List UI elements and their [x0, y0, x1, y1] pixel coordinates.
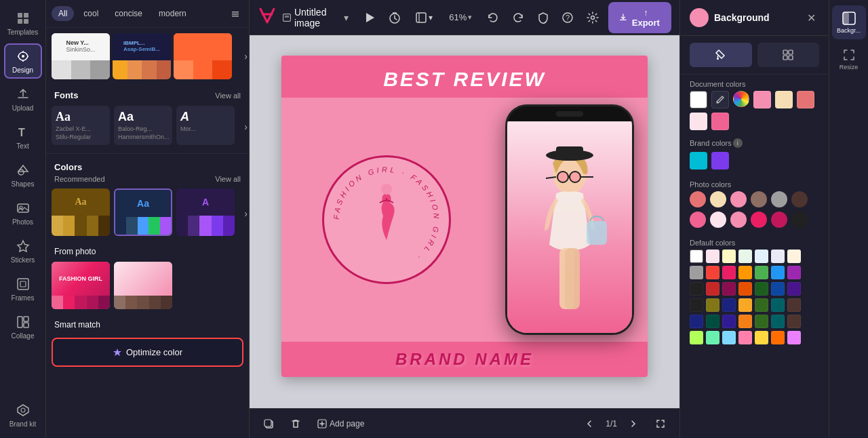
dcs-19[interactable]: [771, 282, 785, 296]
brand-color-2[interactable]: [711, 152, 729, 170]
dcs-33[interactable]: [771, 315, 785, 328]
dcs-21[interactable]: [690, 298, 703, 312]
photo-color-5[interactable]: [771, 191, 787, 207]
dcs-40[interactable]: [771, 331, 785, 344]
photo-color-12[interactable]: [791, 212, 808, 228]
dcs-27[interactable]: [787, 298, 801, 312]
dcs-18[interactable]: [755, 282, 768, 296]
font-card-3[interactable]: A Mor...: [176, 106, 235, 145]
sidebar-item-text[interactable]: T Text: [4, 119, 42, 155]
photo-color-9[interactable]: [730, 212, 747, 228]
optimize-color-button[interactable]: Optimize color: [52, 338, 243, 367]
sidebar-item-shapes[interactable]: Shapes: [4, 157, 42, 193]
filter-tab-cool[interactable]: cool: [77, 6, 105, 21]
dcs-10[interactable]: [738, 266, 752, 279]
timer-button[interactable]: [384, 5, 404, 30]
filter-tab-all[interactable]: All: [52, 6, 74, 21]
zoom-control[interactable]: 61% ▾: [443, 9, 477, 25]
doc-color-4[interactable]: [690, 113, 707, 130]
palette-card-1[interactable]: Aa: [52, 188, 110, 236]
template-thumb-1[interactable]: New Y...SinkinSo...: [52, 33, 110, 79]
layout-button[interactable]: ▾: [410, 9, 438, 26]
sidebar-item-photos[interactable]: Photos: [4, 195, 42, 231]
dcs-30[interactable]: [722, 315, 736, 328]
dcs-5[interactable]: [771, 250, 785, 263]
export-button[interactable]: ↑ Export: [608, 2, 671, 33]
dcs-28[interactable]: [690, 315, 703, 328]
photo-palette-2[interactable]: [114, 262, 172, 309]
dcs-20[interactable]: [787, 282, 801, 296]
doc-color-5[interactable]: [711, 113, 729, 130]
app-logo[interactable]: [258, 6, 277, 29]
mini-panel-resize[interactable]: Resize: [832, 42, 866, 76]
colors-view-all[interactable]: View all: [215, 175, 241, 183]
dcs-25[interactable]: [755, 298, 768, 312]
brand-colors-info[interactable]: i: [733, 138, 743, 148]
template-thumb-3[interactable]: [174, 33, 232, 79]
photo-color-2[interactable]: [710, 191, 726, 207]
photo-color-7[interactable]: [690, 212, 706, 228]
mini-panel-background[interactable]: Backgr...: [832, 5, 866, 39]
sidebar-item-upload[interactable]: Upload: [4, 81, 42, 117]
sidebar-item-frames[interactable]: Frames: [4, 271, 42, 306]
redo-button[interactable]: [508, 5, 528, 30]
dcs-4[interactable]: [755, 250, 768, 263]
palette-card-2[interactable]: Aa: [114, 188, 172, 236]
dcs-11[interactable]: [755, 266, 768, 279]
dcs-9[interactable]: [722, 266, 736, 279]
font-card-1[interactable]: Aa Zacbel X-E...Stilu-Regular: [52, 106, 110, 145]
doc-color-1[interactable]: [753, 91, 771, 108]
canvas-scroll[interactable]: BEST REVIEW FASHION GIRL · FASHION GIRL …: [250, 35, 679, 408]
template-thumb-2[interactable]: IBMPL...Asap-SemiB...: [113, 33, 171, 79]
dcs-34[interactable]: [787, 315, 801, 328]
template-scroll-right[interactable]: ›: [244, 51, 248, 62]
dcs-26[interactable]: [771, 298, 785, 312]
photo-color-3[interactable]: [730, 191, 747, 207]
dcs-22[interactable]: [706, 298, 719, 312]
delete-button[interactable]: [285, 413, 307, 435]
palettes-scroll-right[interactable]: ›: [244, 208, 248, 219]
filter-tab-modern[interactable]: modern: [152, 6, 193, 21]
document-title[interactable]: Untitled image ▾: [282, 7, 349, 28]
photo-color-8[interactable]: [710, 212, 726, 228]
filter-more-button[interactable]: [227, 5, 243, 22]
doc-color-3[interactable]: [797, 91, 814, 108]
dcs-36[interactable]: [706, 331, 719, 344]
sidebar-item-stickers[interactable]: Stickers: [4, 233, 42, 268]
doc-color-pencil[interactable]: [711, 91, 729, 108]
dcs-6[interactable]: [787, 250, 801, 263]
fullscreen-button[interactable]: [650, 413, 671, 435]
dcs-16[interactable]: [722, 282, 736, 296]
present-button[interactable]: [359, 5, 379, 30]
prev-page-button[interactable]: [578, 413, 600, 435]
dcs-24[interactable]: [738, 298, 752, 312]
dcs-29[interactable]: [706, 315, 719, 328]
photo-palette-1[interactable]: FASHION GIRL: [52, 262, 110, 309]
help-button[interactable]: ?: [558, 5, 578, 30]
bg-panel-close-button[interactable]: ✕: [803, 9, 819, 26]
sidebar-item-brand-kit[interactable]: Brand kit: [4, 397, 42, 433]
dcs-31[interactable]: [738, 315, 752, 328]
brand-color-1[interactable]: [690, 152, 707, 170]
doc-color-white[interactable]: [690, 91, 707, 108]
dcs-23[interactable]: [722, 298, 736, 312]
photo-color-4[interactable]: [751, 191, 767, 207]
font-card-2[interactable]: Aa Baloo-Reg...HammersmithOn...: [114, 106, 172, 145]
dcs-32[interactable]: [755, 315, 768, 328]
doc-color-rainbow[interactable]: [733, 91, 749, 107]
dcs-13[interactable]: [787, 266, 801, 279]
dcs-14[interactable]: [690, 282, 703, 296]
dcs-2[interactable]: [722, 250, 736, 263]
dcs-39[interactable]: [755, 331, 768, 344]
dcs-8[interactable]: [706, 266, 719, 279]
dcs-41[interactable]: [787, 331, 801, 344]
photo-color-10[interactable]: [751, 212, 767, 228]
photo-color-11[interactable]: [771, 212, 787, 228]
fonts-view-all[interactable]: View all: [215, 92, 241, 100]
bg-pattern-tool[interactable]: [757, 43, 820, 67]
sidebar-item-templates[interactable]: Templates: [4, 5, 42, 41]
doc-color-2[interactable]: [775, 91, 793, 108]
sidebar-item-design[interactable]: Design: [4, 43, 42, 79]
duplicate-button[interactable]: [258, 413, 279, 435]
settings-button[interactable]: [583, 5, 603, 30]
